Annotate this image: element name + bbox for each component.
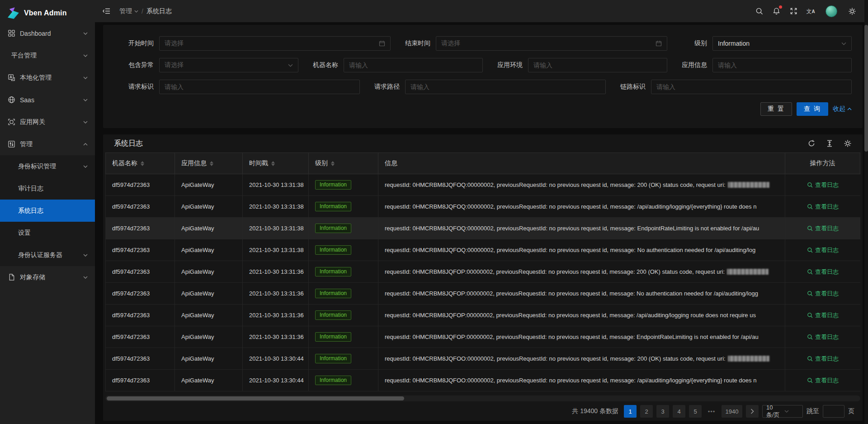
breadcrumb-section[interactable]: 管理 xyxy=(119,7,138,15)
fullscreen-icon[interactable] xyxy=(785,0,802,22)
page-number-button[interactable]: ••• xyxy=(705,405,718,418)
trace-id-input[interactable] xyxy=(656,83,846,91)
table-settings-gear-icon[interactable] xyxy=(844,139,852,148)
page-number-button[interactable]: 2 xyxy=(640,405,653,418)
start-time-date-input[interactable]: 请选择 xyxy=(159,36,391,51)
locale-translate-icon[interactable]: 文A xyxy=(802,0,819,22)
table-row[interactable]: df5974d72363 ApiGateWay 2021-10-30 13:30… xyxy=(105,348,860,370)
refresh-icon[interactable] xyxy=(807,139,816,148)
sidebar-item-manage[interactable]: 管理 xyxy=(0,133,95,155)
settings-gear-icon[interactable] xyxy=(844,0,861,22)
exception-select[interactable]: 请选择 xyxy=(159,58,298,72)
view-log-link[interactable]: 查看日志 xyxy=(807,224,839,233)
table-row[interactable]: df5974d72363 ApiGateWay 2021-10-30 13:31… xyxy=(105,261,860,283)
horizontal-scrollbar-thumb[interactable] xyxy=(107,396,404,400)
cell-machine: df5974d72363 xyxy=(105,218,175,239)
view-log-link[interactable]: 查看日志 xyxy=(807,333,839,341)
sidebar-item-label: Dashboard xyxy=(20,30,83,37)
reset-button[interactable]: 重 置 xyxy=(760,102,792,116)
sidebar-item-system-log[interactable]: 系统日志 xyxy=(0,200,95,222)
view-log-link[interactable]: 查看日志 xyxy=(807,355,839,363)
cell-timestamp: 2021-10-30 13:30:44 xyxy=(243,348,309,369)
table-row[interactable]: df5974d72363 ApiGateWay 2021-10-30 13:31… xyxy=(105,326,860,348)
search-icon[interactable] xyxy=(750,0,768,22)
jump-page-input[interactable] xyxy=(823,405,844,418)
cell-level: Information xyxy=(309,283,378,304)
table-row[interactable]: df5974d72363 ApiGateWay 2021-10-30 13:30… xyxy=(105,370,860,391)
sidebar-item-saas[interactable]: Saas xyxy=(0,89,95,111)
column-header-level[interactable]: 级别 xyxy=(309,153,378,174)
level-select[interactable]: Information xyxy=(712,36,852,51)
sidebar-item-identity-management[interactable]: 身份标识管理 xyxy=(0,155,95,177)
sort-icon[interactable] xyxy=(141,161,144,166)
view-log-link[interactable]: 查看日志 xyxy=(807,246,839,254)
sidebar-item-audit-log[interactable]: 审计日志 xyxy=(0,177,95,200)
view-log-link[interactable]: 查看日志 xyxy=(807,203,839,211)
request-path-input[interactable] xyxy=(410,83,600,91)
message-text: requestId: 0HMCRBM8JQFOQ:00000002, previ… xyxy=(385,203,756,210)
chevron-down-icon xyxy=(83,121,88,124)
vertical-scrollbar[interactable] xyxy=(864,0,868,424)
machine-name-input[interactable] xyxy=(349,62,477,69)
column-header-machine[interactable]: 机器名称 xyxy=(105,153,175,174)
cell-app: ApiGateWay xyxy=(175,174,243,195)
page-size-select[interactable]: 10 条/页 xyxy=(762,405,803,418)
app-env-input[interactable] xyxy=(533,62,662,69)
sort-icon[interactable] xyxy=(271,161,275,166)
column-header-app[interactable]: 应用信息 xyxy=(175,153,243,174)
notification-bell-icon[interactable] xyxy=(768,0,785,22)
request-id-input[interactable] xyxy=(165,83,354,91)
field-label: 包含异常 xyxy=(114,61,154,69)
cell-level: Information xyxy=(309,218,378,239)
column-label: 级别 xyxy=(315,159,328,167)
sidebar-item-object-storage[interactable]: 对象存储 xyxy=(0,266,95,288)
page-number-button[interactable]: 4 xyxy=(673,405,685,418)
view-log-link[interactable]: 查看日志 xyxy=(807,290,839,298)
vertical-scrollbar-thumb[interactable] xyxy=(864,25,868,152)
table-row[interactable]: df5974d72363 ApiGateWay 2021-10-30 13:31… xyxy=(105,218,860,239)
sidebar-item-platform[interactable]: 平台管理 xyxy=(0,44,95,67)
collapse-filter-link[interactable]: 收起 xyxy=(833,105,852,113)
sidebar-item-auth-server[interactable]: 身份认证服务器 xyxy=(0,244,95,266)
sort-icon[interactable] xyxy=(331,161,335,166)
table-row[interactable]: df5974d72363 ApiGateWay 2021-10-30 13:31… xyxy=(105,283,860,305)
row-height-icon[interactable] xyxy=(826,139,834,148)
page-number-button[interactable]: 3 xyxy=(656,405,669,418)
message-text: requestId: 0HMCRBM8JQFOP:00000002, previ… xyxy=(385,333,759,340)
sidebar-collapse-icon[interactable] xyxy=(100,5,112,17)
view-log-link[interactable]: 查看日志 xyxy=(807,181,839,189)
page-list: 1 2 3 4 5 ••• 1940 xyxy=(624,405,742,418)
search-button[interactable]: 查 询 xyxy=(797,102,828,116)
view-log-link[interactable]: 查看日志 xyxy=(807,311,839,319)
trace-id-input-wrap xyxy=(651,80,852,94)
sidebar-item-localization[interactable]: 本地化管理 xyxy=(0,67,95,89)
page-number-button[interactable]: 1 xyxy=(624,405,637,418)
field-end-time: 结束时间 请选择 xyxy=(391,36,667,51)
sidebar-item-gateway[interactable]: 应用网关 xyxy=(0,111,95,133)
end-time-date-input[interactable]: 请选择 xyxy=(436,36,667,51)
table-card-header: 系统日志 xyxy=(103,134,863,152)
table-row[interactable]: df5974d72363 ApiGateWay 2021-10-30 13:31… xyxy=(105,305,860,326)
cell-message: requestId: 0HMCRBM8JQFOO:00000002, previ… xyxy=(378,348,785,369)
sort-icon[interactable] xyxy=(210,161,213,166)
level-badge: Information xyxy=(315,267,351,276)
cell-machine: df5974d72363 xyxy=(105,261,175,282)
next-page-button[interactable] xyxy=(746,405,759,418)
column-label: 信息 xyxy=(385,159,397,167)
user-avatar[interactable] xyxy=(823,0,840,22)
sidebar-item-settings[interactable]: 设置 xyxy=(0,222,95,244)
cell-level: Information xyxy=(309,196,378,217)
table-row[interactable]: df5974d72363 ApiGateWay 2021-10-30 13:31… xyxy=(105,196,860,218)
sidebar-item-dashboard[interactable]: Dashboard xyxy=(0,22,95,44)
app-info-input[interactable] xyxy=(718,62,846,69)
view-log-label: 查看日志 xyxy=(815,246,839,254)
page-number-button[interactable]: 1940 xyxy=(722,405,742,418)
field-label: 机器名称 xyxy=(298,61,338,69)
column-header-timestamp[interactable]: 时间戳 xyxy=(243,153,309,174)
page-number-button[interactable]: 5 xyxy=(689,405,702,418)
horizontal-scrollbar[interactable] xyxy=(105,395,860,401)
view-log-link[interactable]: 查看日志 xyxy=(807,376,839,385)
table-row[interactable]: df5974d72363 ApiGateWay 2021-10-30 13:31… xyxy=(105,239,860,261)
table-row[interactable]: df5974d72363 ApiGateWay 2021-10-30 13:31… xyxy=(105,174,860,196)
view-log-link[interactable]: 查看日志 xyxy=(807,268,839,276)
